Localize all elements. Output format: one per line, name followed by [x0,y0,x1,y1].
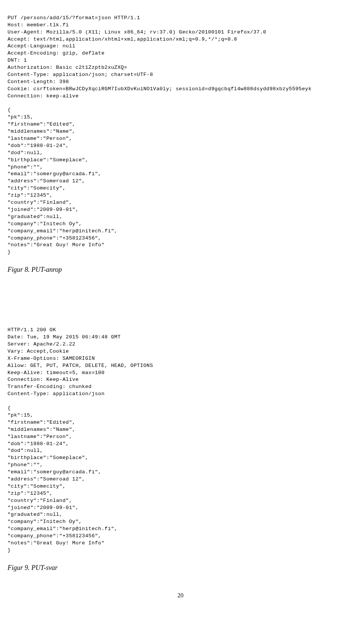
request-body-company: "company":"Initech Oy", [8,221,82,227]
response-body-firstname: "firstname":"Edited", [8,420,76,425]
request-body-country: "country":"Finland", [8,200,72,205]
response-body-phone: "phone":"", [8,462,43,468]
request-header-host: Host: member.tlk.fi [8,22,69,28]
request-body-company-phone: "company_phone":"+358123456", [8,235,101,241]
response-body-country: "country":"Finland", [8,498,72,503]
response-status-line: HTTP/1.1 200 OK [8,327,56,333]
response-body-zip: "zip":"12345", [8,491,53,496]
request-body-birthplace: "birthplace":"Someplace", [8,157,88,163]
response-body-notes: "notes":"Great Guy! More Info" [8,540,105,546]
response-body-address: "address":"Someroad 12", [8,476,85,482]
request-body-zip: "zip":"12345", [8,192,53,198]
request-body-address: "address":"Someroad 12", [8,178,85,184]
figure-caption-9: Figur 9. PUT-svar [8,563,353,573]
response-body-pk: "pk":15, [8,412,33,418]
request-header-user-agent: User-Agent: Mozilla/5.0 (X11; Linux x86_… [8,29,266,35]
response-header-vary: Vary: Accept,Cookie [8,349,69,354]
response-body-lastname: "lastname":"Person", [8,434,72,439]
response-header-x-frame-options: X-Frame-Options: SAMEORIGIN [8,356,95,361]
request-body-firstname: "firstname":"Edited", [8,121,76,127]
request-body-dod: "dod":null, [8,150,43,156]
http-request-headers: PUT /persons/add/15/?format=json HTTP/1.… [8,8,353,256]
request-header-content-length: Content-Length: 398 [8,79,69,85]
request-body-city: "city":"Somecity", [8,185,66,191]
request-body-dob: "dob":"1988-01-24", [8,143,69,148]
response-header-keep-alive: Keep-Alive: timeout=5, max=100 [8,370,105,376]
response-header-server: Server: Apache/2.2.22 [8,341,76,347]
request-body-close: } [8,249,11,255]
response-body-middlenames: "middlenames":"Name", [8,427,76,432]
request-body-notes: "notes":"Great Guy! More Info" [8,242,105,248]
response-header-connection: Connection: Keep-Alive [8,377,79,382]
request-body-middlenames: "middlenames":"Name", [8,129,76,134]
request-body-company-email: "company_email":"herp@initech.fi", [8,228,117,234]
response-body-city: "city":"Somecity", [8,483,66,489]
request-body-graduated: "graduated":null, [8,214,62,220]
response-body-graduated: "graduated":null, [8,512,62,517]
request-header-dnt: DNT: 1 [8,58,27,63]
request-body-email: "email":"somerguy@arcada.fi", [8,171,101,177]
request-body-joined: "joined":"2009-09-01", [8,207,79,212]
response-body-close: } [8,547,11,553]
request-body-phone: "phone":"", [8,164,43,170]
response-body-company-email: "company_email":"herp@initech.fi", [8,526,117,532]
request-header-authorization: Authorization: Basic c2t1Zzptb2xuZXQ= [8,65,127,70]
request-header-content-type: Content-Type: application/json; charset=… [8,72,153,77]
response-body-birthplace: "birthplace":"Someplace", [8,455,88,461]
request-header-connection: Connection: keep-alive [8,93,79,99]
response-body-email: "email":"somerguy@arcada.fi", [8,469,101,475]
response-header-transfer-encoding: Transfer-Encoding: chunked [8,384,92,389]
response-body-dob: "dob":"1988-01-24", [8,441,69,447]
response-body-open: { [8,405,11,411]
response-body-company: "company":"Initech Oy", [8,519,82,524]
page-number: 20 [8,591,353,600]
figure-caption-8: Figur 8. PUT-anrop [8,265,353,274]
response-body-company-phone: "company_phone":"+358123456", [8,533,101,539]
response-header-date: Date: Tue, 19 May 2015 06:49:48 GMT [8,334,121,340]
request-body-pk: "pk":15, [8,114,33,120]
request-body-open: { [8,107,11,113]
response-header-content-type: Content-Type: application/json [8,391,105,397]
response-body-joined: "joined":"2009-09-01", [8,505,79,511]
http-response-headers: HTTP/1.1 200 OK Date: Tue, 19 May 2015 0… [8,320,353,554]
request-header-accept-language: Accept-Language: null [8,43,76,49]
request-header-accept-encoding: Accept-Encoding: gzip, deflate [8,50,105,56]
response-header-allow: Allow: GET, PUT, PATCH, DELETE, HEAD, OP… [8,363,153,368]
request-header-cookie: Cookie: csrftoken=BRwJCDyXqciRGM7IubXDvK… [8,86,312,92]
request-header-accept: Accept: text/html,application/xhtml+xml,… [8,36,237,42]
response-body-dod: "dod":null, [8,448,43,453]
request-line: PUT /persons/add/15/?format=json HTTP/1.… [8,15,140,21]
request-body-lastname: "lastname":"Person", [8,136,72,141]
